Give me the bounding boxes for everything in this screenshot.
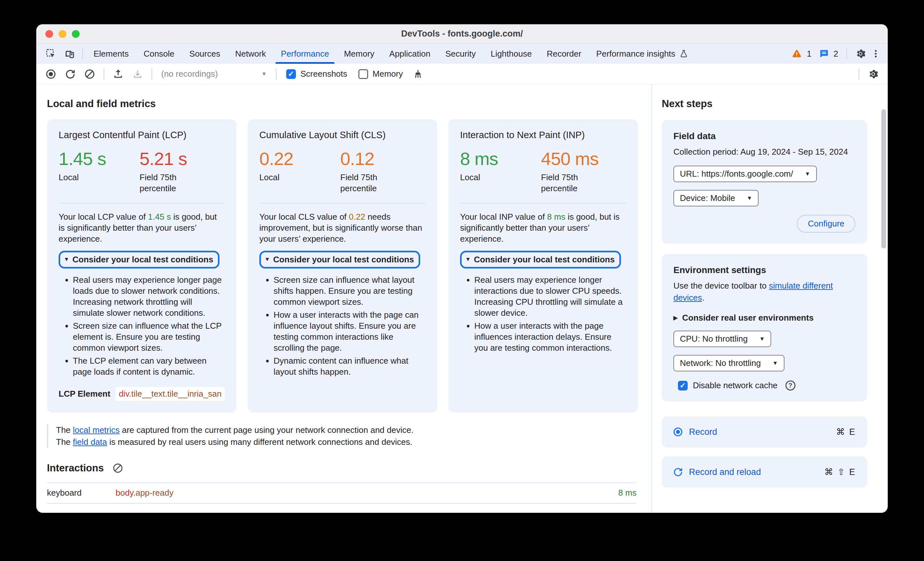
interactions-heading: Interactions xyxy=(47,462,104,474)
record-and-reload-action-row[interactable]: Record and reload ⌘ ⇧ E xyxy=(662,456,867,488)
record-action-row[interactable]: Record ⌘ E xyxy=(662,416,867,447)
chevron-down-icon: ▼ xyxy=(772,361,778,366)
cls-description: Your local CLS value of 0.22 needs impro… xyxy=(260,211,425,244)
scrollbar-thumb[interactable] xyxy=(881,109,886,248)
lcp-element-link[interactable]: div.tile__text.tile__inria_san xyxy=(116,387,225,401)
inp-metric-card: Interaction to Next Paint (INP) 8 ms Loc… xyxy=(448,120,638,413)
card-divider xyxy=(58,203,225,203)
tab-recorder[interactable]: Recorder xyxy=(539,44,589,64)
record-and-reload-button[interactable] xyxy=(62,66,79,82)
tab-security[interactable]: Security xyxy=(438,44,483,64)
triangle-down-icon: ▼ xyxy=(264,256,270,263)
sidebar-heading: Next steps xyxy=(662,98,867,110)
disable-network-cache-checkbox[interactable]: ✓ xyxy=(678,381,688,390)
tab-sources[interactable]: Sources xyxy=(182,44,228,64)
disable-network-cache-toggle[interactable]: ✓ Disable network cache ? xyxy=(674,380,855,390)
record-action-label: Record xyxy=(689,427,717,437)
tab-lighthouse[interactable]: Lighthouse xyxy=(483,44,539,64)
interaction-row[interactable]: keyboard body.app-ready 8 ms xyxy=(47,482,636,504)
next-steps-sidebar: Next steps Field data Collection period:… xyxy=(651,84,888,513)
collect-garbage-button[interactable] xyxy=(409,66,427,82)
panel-settings-gear-icon[interactable] xyxy=(864,66,882,82)
device-toolbar-button[interactable] xyxy=(60,45,79,62)
page-title: Local and field metrics xyxy=(47,98,636,110)
recordings-select[interactable]: (no recordings) ▼ xyxy=(158,69,271,79)
cls-test-conditions-disclosure[interactable]: ▼ Consider your local test conditions xyxy=(260,251,420,269)
inp-field-value: 450 ms xyxy=(541,150,626,169)
list-item: Real users may experience longer page lo… xyxy=(73,274,225,319)
save-profile-button[interactable] xyxy=(129,66,146,82)
record-icon xyxy=(673,427,683,437)
warning-count[interactable]: 1 xyxy=(807,49,812,59)
lcp-description: Your local LCP value of 1.45 s is good, … xyxy=(58,211,225,244)
screenshots-checkbox[interactable]: ✓ xyxy=(286,69,296,79)
window-titlebar: DevTools - fonts.google.com/ xyxy=(36,24,888,44)
screenshots-toggle[interactable]: ✓ Screenshots xyxy=(286,69,347,79)
chevron-down-icon: ▼ xyxy=(747,195,752,201)
settings-gear-icon[interactable] xyxy=(855,48,866,59)
interaction-type: keyboard xyxy=(47,488,116,498)
inspect-element-button[interactable] xyxy=(42,45,60,62)
field-data-card: Field data Collection period: Aug 19, 20… xyxy=(662,120,867,244)
list-item: Screen size can influence what the LCP e… xyxy=(73,320,225,353)
inp-test-conditions-disclosure[interactable]: ▼ Consider your local test conditions xyxy=(460,251,621,269)
toolbar-separator-2 xyxy=(152,69,152,79)
interaction-target-link[interactable]: body.app-ready xyxy=(116,488,174,498)
close-window-button[interactable] xyxy=(45,30,53,38)
tab-elements[interactable]: Elements xyxy=(86,44,136,64)
record-and-reload-icon xyxy=(673,467,683,477)
lcp-local-value: 1.45 s xyxy=(58,150,140,169)
clear-interactions-icon[interactable] xyxy=(112,463,123,474)
triangle-down-icon: ▼ xyxy=(465,256,471,263)
experiment-flask-icon xyxy=(679,49,688,58)
device-toolbar-icon xyxy=(64,48,75,59)
configure-button[interactable]: Configure xyxy=(797,215,855,233)
record-and-reload-shortcut: ⌘ ⇧ E xyxy=(824,467,856,477)
field-data-link[interactable]: field data xyxy=(73,437,107,447)
more-options-kebab-icon[interactable] xyxy=(871,49,880,58)
triangle-right-icon: ▶ xyxy=(674,314,678,321)
real-user-environments-disclosure[interactable]: ▶ Consider real user environments xyxy=(674,313,855,323)
chevron-down-icon: ▼ xyxy=(805,171,810,177)
zoom-window-button[interactable] xyxy=(72,30,80,38)
record-and-reload-action-label: Record and reload xyxy=(689,467,761,477)
memory-checkbox[interactable] xyxy=(358,69,368,79)
metric-card-title: Cumulative Layout Shift (CLS) xyxy=(260,130,425,141)
tab-application[interactable]: Application xyxy=(382,44,438,64)
clear-button[interactable] xyxy=(81,66,98,82)
tab-performance[interactable]: Performance xyxy=(274,44,337,64)
tab-memory[interactable]: Memory xyxy=(336,44,382,64)
list-item: Dynamic content can influence what layou… xyxy=(274,355,425,377)
metrics-footnote: The local metrics are captured from the … xyxy=(47,424,636,448)
network-throttling-select[interactable]: Network: No throttling ▼ xyxy=(674,355,784,371)
cls-test-conditions-list: Screen size can influence what layout sh… xyxy=(260,274,425,379)
interaction-duration: 8 ms xyxy=(618,488,636,498)
inp-description: Your local INP value of 8 ms is good, bu… xyxy=(460,211,626,244)
lcp-test-conditions-disclosure[interactable]: ▼ Consider your local test conditions xyxy=(58,251,219,269)
list-item: How a user interacts with the page influ… xyxy=(474,320,626,353)
local-metrics-link[interactable]: local metrics xyxy=(73,425,120,435)
warning-icon[interactable] xyxy=(792,48,802,59)
list-item: Screen size can influence what layout sh… xyxy=(274,274,425,307)
record-shortcut: ⌘ E xyxy=(836,427,856,437)
device-select[interactable]: Device: Mobile ▼ xyxy=(674,190,759,206)
issues-count[interactable]: 2 xyxy=(834,49,838,59)
card-divider xyxy=(460,203,626,203)
lcp-field-value: 5.21 s xyxy=(140,150,225,169)
toolbar-separator-1 xyxy=(104,69,104,79)
record-button[interactable] xyxy=(42,66,60,82)
help-icon[interactable]: ? xyxy=(785,380,795,390)
tab-performance-insights[interactable]: Performance insights xyxy=(589,44,696,64)
window-title: DevTools - fonts.google.com/ xyxy=(401,29,523,39)
memory-toggle[interactable]: Memory xyxy=(358,69,403,79)
tab-network[interactable]: Network xyxy=(228,44,273,64)
tab-console[interactable]: Console xyxy=(136,44,182,64)
chevron-down-icon: ▼ xyxy=(759,336,765,342)
cpu-throttling-select[interactable]: CPU: No throttling ▼ xyxy=(674,331,771,347)
minimize-window-button[interactable] xyxy=(58,30,66,38)
url-select[interactable]: URL: https://fonts.google.com/ ▼ xyxy=(674,166,817,182)
issues-message-icon[interactable] xyxy=(819,49,829,58)
inspect-cursor-icon xyxy=(46,48,56,59)
devtools-window: DevTools - fonts.google.com/ Elements Co… xyxy=(36,24,888,513)
load-profile-button[interactable] xyxy=(110,66,127,82)
